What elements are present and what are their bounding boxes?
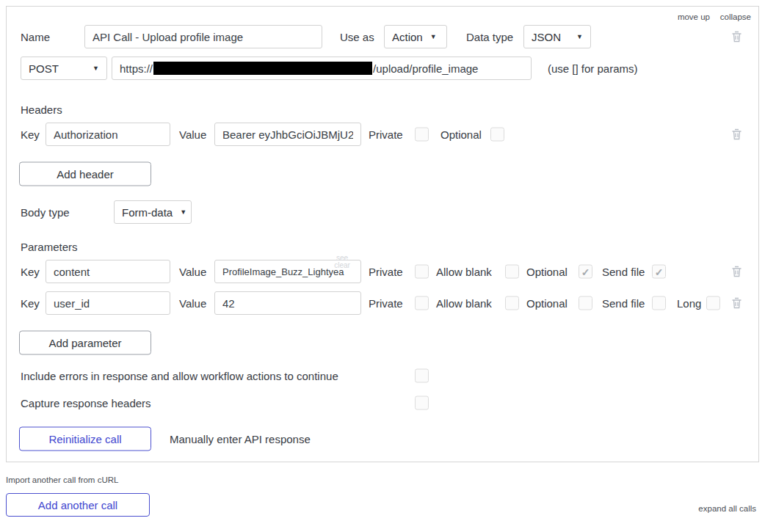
name-label: Name (21, 31, 50, 43)
headers-section-label: Headers (21, 103, 62, 116)
move-up-link[interactable]: move up (678, 12, 710, 21)
param-send-file-checkbox[interactable]: ✓ (652, 296, 666, 310)
chevron-down-icon: ▼ (93, 65, 99, 72)
header-optional-checkbox[interactable]: ✓ (490, 128, 504, 142)
value-label: Value (179, 297, 206, 310)
optional-label: Optional (440, 128, 482, 141)
url-row: POST ▼ https:// /upload/profile_image (u… (7, 57, 758, 80)
key-label: Key (21, 266, 40, 278)
param-optional-checkbox[interactable]: ✓ (579, 265, 592, 279)
private-label: Private (369, 128, 403, 141)
allow-blank-label: Allow blank (436, 266, 492, 278)
expand-all-calls-link[interactable]: expand all calls (698, 504, 756, 513)
param-allow-blank-checkbox[interactable]: ✓ (505, 265, 519, 279)
delete-header-trash-icon[interactable] (730, 128, 743, 141)
check-icon: ✓ (655, 266, 664, 277)
optional-label: Optional (526, 266, 568, 278)
param-private-checkbox[interactable]: ✓ (415, 296, 429, 310)
data-type-dropdown[interactable]: JSON ▼ (523, 25, 591, 48)
delete-parameter-trash-icon[interactable] (730, 265, 743, 278)
chevron-down-icon: ▼ (430, 33, 437, 40)
check-icon: ✓ (581, 266, 590, 277)
method-dropdown[interactable]: POST ▼ (21, 57, 107, 80)
data-type-label: Data type (466, 31, 513, 43)
private-label: Private (369, 297, 403, 310)
headers-section: Headers (7, 102, 758, 117)
data-type-value: JSON (532, 31, 561, 43)
key-label: Key (21, 297, 40, 310)
send-file-label: Send file (602, 297, 645, 310)
param-private-checkbox[interactable]: ✓ (415, 265, 429, 279)
call-name-input[interactable] (84, 25, 322, 48)
url-hint: (use [] for params) (548, 62, 638, 75)
param-allow-blank-checkbox[interactable]: ✓ (505, 296, 519, 310)
header-row: Key Value Private ✓ Optional ✓ (7, 123, 758, 146)
redaction-bar (153, 62, 372, 75)
parameter-row: Key Value Private ✓ Allow blank ✓ Option… (7, 291, 758, 315)
parameters-section: Parameters (7, 239, 758, 254)
allow-blank-label: Allow blank (436, 297, 492, 310)
header-key-input[interactable] (46, 123, 170, 146)
add-parameter-row: Add parameter (7, 330, 758, 354)
use-as-label: Use as (340, 31, 374, 43)
import-curl-link[interactable]: Import another call from cURL (6, 475, 118, 484)
long-label: Long (677, 297, 701, 310)
capture-headers-checkbox[interactable]: ✓ (415, 396, 429, 410)
see-clear-link[interactable]: see clear (331, 255, 353, 269)
param-optional-checkbox[interactable]: ✓ (579, 296, 592, 310)
url-suffix: /upload/profile_image (373, 62, 478, 75)
use-as-value: Action (392, 31, 423, 43)
reinitialize-call-button[interactable]: Reinitialize call (19, 426, 151, 451)
add-header-row: Add header (7, 161, 758, 186)
use-as-dropdown[interactable]: Action ▼ (384, 25, 447, 48)
key-label: Key (21, 128, 40, 141)
param-send-file-checkbox[interactable]: ✓ (652, 265, 666, 279)
capture-headers-row: Capture response headers ✓ (7, 393, 758, 413)
add-another-call-button[interactable]: Add another call (6, 493, 150, 517)
body-type-dropdown[interactable]: Form-data ▼ (114, 200, 192, 224)
manual-response-link[interactable]: Manually enter API response (170, 432, 311, 445)
body-type-value: Form-data (122, 206, 173, 219)
delete-call-trash-icon[interactable] (730, 30, 743, 43)
include-errors-row: Include errors in response and allow wor… (7, 365, 758, 386)
delete-parameter-trash-icon[interactable] (730, 296, 743, 310)
header-value-input[interactable] (214, 123, 361, 146)
capture-headers-label: Capture response headers (21, 397, 151, 409)
call-actions-row: Reinitialize call Manually enter API res… (7, 426, 758, 451)
method-value: POST (29, 62, 59, 75)
body-type-label: Body type (21, 206, 70, 219)
parameters-section-label: Parameters (21, 241, 78, 253)
param-long-checkbox[interactable]: ✓ (706, 296, 720, 310)
body-type-row: Body type Form-data ▼ (7, 200, 758, 224)
url-input[interactable]: https:// /upload/profile_image (112, 57, 532, 80)
add-parameter-button[interactable]: Add parameter (19, 330, 151, 354)
card-controls: move up collapse (7, 11, 758, 23)
send-file-label: Send file (602, 266, 645, 278)
include-errors-label: Include errors in response and allow wor… (21, 370, 338, 382)
chevron-down-icon: ▼ (180, 208, 186, 216)
value-label: Value (179, 266, 206, 278)
include-errors-checkbox[interactable]: ✓ (415, 369, 429, 383)
value-label: Value (179, 128, 206, 141)
param-key-input[interactable] (46, 291, 170, 315)
add-header-button[interactable]: Add header (19, 161, 151, 186)
api-call-card: move up collapse Name Use as Action ▼ Da… (6, 6, 759, 462)
api-connector-panel: move up collapse Name Use as Action ▼ Da… (0, 0, 765, 532)
parameter-row: Key Value see clear Private ✓ Allow blan… (7, 260, 758, 283)
private-label: Private (369, 266, 403, 278)
url-prefix: https:// (120, 62, 153, 75)
param-value-input[interactable] (214, 291, 361, 315)
header-private-checkbox[interactable]: ✓ (415, 128, 429, 142)
chevron-down-icon: ▼ (576, 33, 583, 40)
param-key-input[interactable] (46, 260, 170, 283)
collapse-link[interactable]: collapse (720, 12, 751, 21)
name-row: Name Use as Action ▼ Data type JSON ▼ (7, 25, 758, 48)
optional-label: Optional (526, 297, 568, 310)
